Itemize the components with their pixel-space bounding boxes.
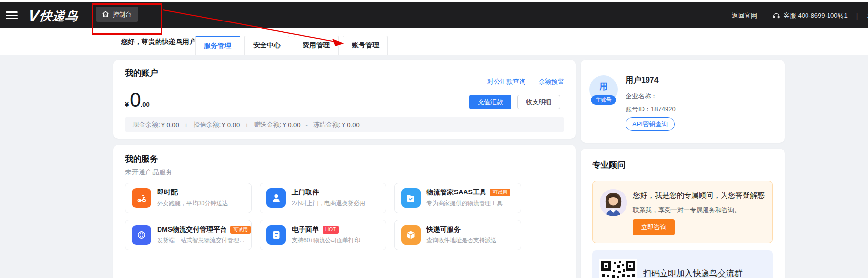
service-description: 发货端一站式智慧物流交付管理和... <box>157 236 245 245</box>
console-label: 控制台 <box>113 10 132 19</box>
qr-join-group-text: 扫码立即加入快递鸟交流群 <box>643 268 743 278</box>
service-description: 支持60+物流公司面单打印 <box>292 236 360 245</box>
account-id-row: 账号ID：1874920 <box>626 105 676 114</box>
tab-费用管理[interactable]: 费用管理 <box>294 36 339 55</box>
service-tiles-grid: 即时配外卖跑腿，平均30分钟送达上门取件2小时上门，电商退换货必用物流管家SAA… <box>125 183 521 250</box>
tab-账号管理[interactable]: 账号管理 <box>343 36 388 55</box>
service-tile-电子面单[interactable]: 电子面单HOT支持60+物流公司面单打印 <box>260 220 386 250</box>
tab-安全中心[interactable]: 安全中心 <box>244 36 289 55</box>
service-description: 专为商家提供的物流管理工具 <box>426 199 510 208</box>
account-buttons: 充值汇款 收支明细 <box>469 95 560 109</box>
box-check-icon <box>401 188 421 208</box>
profile-card: 用 主账号 用户1974 企业名称： 账号ID：1874920 API密钥查询 <box>581 60 785 143</box>
service-title: DMS物流交付管理平台 <box>157 225 227 234</box>
service-title: 快递可服务 <box>426 225 461 234</box>
advisor-box: 您好，我是您的专属顾问，为您答疑解惑 联系我，享受一对一专属服务和咨询。 立即咨… <box>592 181 773 243</box>
back-to-official-site-link[interactable]: 返回官网 <box>732 11 757 20</box>
main-account-badge: 主账号 <box>591 95 616 105</box>
my-account-card: 我的账户 对公汇款查询余额预警 ¥ 0 .00 充值汇款 收支明细 现金余额:¥… <box>113 60 576 139</box>
user-name: 用户1974 <box>626 75 659 86</box>
service-title: 电子面单 <box>292 225 319 234</box>
qr-code <box>599 259 637 278</box>
breakdown-label: 冻结金额: <box>313 120 341 129</box>
company-name-label: 企业名称： <box>626 92 657 101</box>
document-icon <box>266 225 286 245</box>
breakdown-value: ¥ 0.00 <box>222 121 240 128</box>
account-link-1[interactable]: 余额预警 <box>539 77 564 86</box>
top-navbar: V 快递鸟 控制台 返回官网 客服 400-8699-100转1 | 1860 <box>0 2 868 28</box>
service-tile-DMS物流交付管理平台[interactable]: DMS物流交付管理平台可试用发货端一站式智慧物流交付管理和... <box>125 220 252 250</box>
user-avatar: 用 主账号 <box>589 75 618 104</box>
statement-button[interactable]: 收支明细 <box>517 95 560 109</box>
headset-icon <box>772 12 780 20</box>
balance-breakdown-strip: 现金余额:¥ 0.00+授信余额:¥ 0.00+赠送金额:¥ 0.00-冻结金额… <box>125 117 564 132</box>
tab-bar: 您好，尊贵的快递鸟用户！ 服务管理安全中心费用管理账号管理 <box>0 28 868 55</box>
account-id-value: 1874920 <box>651 106 676 113</box>
advisor-photo <box>600 189 627 216</box>
scooter-icon <box>132 188 151 208</box>
breakdown-label: 赠送金额: <box>254 120 282 129</box>
globe-icon <box>132 225 151 245</box>
breakdown-label: 授信余额: <box>193 120 221 129</box>
service-title: 上门取件 <box>292 188 319 197</box>
service-tile-物流管家SAAS工具[interactable]: 物流管家SAAS工具可试用专为商家提供的物流管理工具 <box>394 183 521 213</box>
advisor-intro-line: 您好，我是您的专属顾问，为您答疑解惑 <box>633 191 769 200</box>
account-card-title: 我的账户 <box>125 67 158 79</box>
tab-服务管理[interactable]: 服务管理 <box>195 36 240 55</box>
breakdown-value: ¥ 0.00 <box>161 121 179 128</box>
hamburger-menu-icon[interactable] <box>6 10 18 21</box>
home-icon <box>102 10 109 19</box>
breakdown-operator: + <box>245 121 249 128</box>
my-services-card: 我的服务 未开通产品服务 即时配外卖跑腿，平均30分钟送达上门取件2小时上门，电… <box>113 145 576 278</box>
user-greeting: 您好，尊贵的快递鸟用户！ <box>121 38 203 46</box>
breakdown-value: ¥ 0.00 <box>283 121 300 128</box>
customer-service-phone[interactable]: 客服 400-8699-100转1 <box>784 11 848 20</box>
service-badge: HOT <box>323 226 339 234</box>
account-link-0[interactable]: 对公汇款查询 <box>487 77 525 86</box>
logo-v-mark: V <box>27 7 40 25</box>
balance-decimal: .00 <box>141 101 150 108</box>
service-badge: 可试用 <box>490 189 510 196</box>
breakdown-operator: + <box>184 121 188 128</box>
services-subtitle: 未开通产品服务 <box>125 168 173 177</box>
service-title: 物流管家SAAS工具 <box>426 188 486 197</box>
breakdown-value: ¥ 0.00 <box>342 121 360 128</box>
navbar-divider: | <box>856 12 858 20</box>
link-divider <box>532 79 532 85</box>
service-badge: 可试用 <box>230 226 251 234</box>
console-button[interactable]: 控制台 <box>96 7 138 22</box>
logo-wordmark: 快递鸟 <box>40 8 79 24</box>
services-card-title: 我的服务 <box>125 153 158 165</box>
service-tile-上门取件[interactable]: 上门取件2小时上门，电商退换货必用 <box>260 183 386 213</box>
advisor-card: 专业顾问 您好，我是您的专属顾问，为您答疑解惑 联系我，享受一对一专属服务和咨询… <box>581 149 785 278</box>
api-key-query-button[interactable]: API密钥查询 <box>626 117 675 131</box>
breakdown-operator: - <box>306 121 308 128</box>
account-balance: ¥ 0 .00 <box>125 90 150 109</box>
breakdown-label: 现金余额: <box>133 120 160 129</box>
recharge-button[interactable]: 充值汇款 <box>469 95 511 109</box>
service-tile-即时配[interactable]: 即时配外卖跑腿，平均30分钟送达 <box>125 183 252 213</box>
service-title: 即时配 <box>157 188 178 197</box>
page: V 快递鸟 控制台 返回官网 客服 400-8699-100转1 | 1860 … <box>0 0 868 278</box>
advisor-card-title: 专业顾问 <box>592 159 626 171</box>
qr-section: 扫码立即加入快递鸟交流群 <box>592 250 773 278</box>
service-tile-快递可服务[interactable]: 快递可服务查询收件地址是否支持派送 <box>394 220 521 250</box>
currency-symbol: ¥ <box>125 100 129 108</box>
advisor-contact-line: 联系我，享受一对一专属服务和咨询。 <box>633 206 741 214</box>
cube-icon <box>401 225 421 245</box>
service-description: 外卖跑腿，平均30分钟送达 <box>157 199 228 208</box>
tabs-container: 服务管理安全中心费用管理账号管理 <box>195 36 388 55</box>
service-description: 2小时上门，电商退换货必用 <box>292 199 365 208</box>
balance-integer: 0 <box>130 90 141 109</box>
person-icon <box>266 188 286 208</box>
account-links: 对公汇款查询余额预警 <box>487 77 564 86</box>
consult-now-button[interactable]: 立即咨询 <box>633 219 675 235</box>
service-description: 查询收件地址是否支持派送 <box>426 236 497 245</box>
account-id-label: 账号ID： <box>626 106 651 113</box>
kdniao-logo[interactable]: V 快递鸟 <box>28 6 78 25</box>
